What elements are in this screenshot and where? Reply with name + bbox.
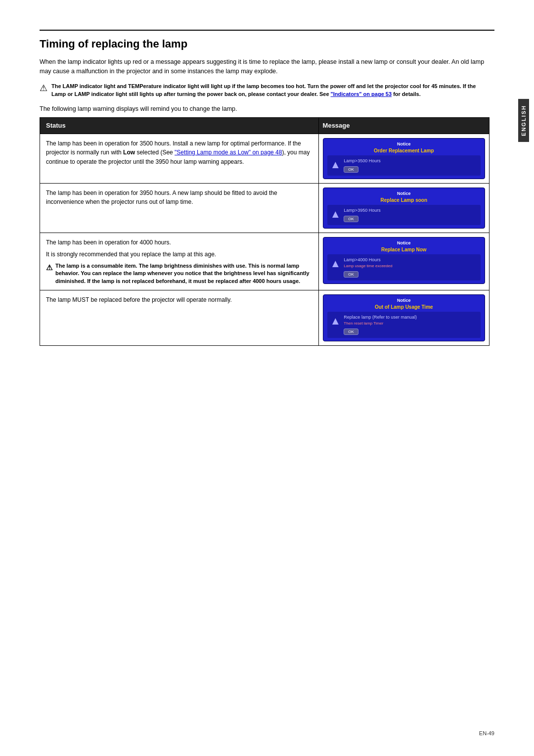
extra-line-2: Lamp usage time exceeded bbox=[344, 264, 478, 268]
top-border bbox=[40, 30, 494, 31]
ok-button-1[interactable]: OK bbox=[344, 216, 358, 222]
lamp-line-2: Lamp>4000 Hours bbox=[344, 257, 478, 262]
table-row-message-3: Notice Out of Lamp Usage Time ▲ Replace … bbox=[318, 290, 489, 346]
projector-icon-0: ▲ bbox=[330, 158, 341, 171]
inline-warning-icon: ⚠ bbox=[46, 262, 52, 273]
extra-line-3: Then reset lamp Timer bbox=[344, 321, 478, 326]
table-row-status-3: The lamp MUST be replaced before the pro… bbox=[40, 290, 319, 346]
notice-title-2: Notice bbox=[327, 240, 481, 245]
page-title: Timing of replacing the lamp bbox=[40, 38, 494, 50]
notice-title-1: Notice bbox=[327, 191, 481, 196]
notice-box-3: Notice Out of Lamp Usage Time ▲ Replace … bbox=[323, 294, 485, 341]
lamp-line-0: Lamp>3500 Hours bbox=[344, 158, 478, 163]
lamp-line-1: Lamp>3950 Hours bbox=[344, 208, 478, 213]
ok-button-0[interactable]: OK bbox=[344, 166, 358, 173]
table-row-status-2: The lamp has been in operation for 4000 … bbox=[40, 233, 319, 290]
notice-headline-2: Replace Lamp Now bbox=[327, 247, 481, 252]
sidebar-english-label: ENGLISH bbox=[518, 99, 529, 142]
table-row-message-1: Notice Replace Lamp soon ▲ Lamp>3950 Hou… bbox=[318, 183, 489, 233]
notice-box-1: Notice Replace Lamp soon ▲ Lamp>3950 Hou… bbox=[323, 188, 485, 229]
page-footer: EN-49 bbox=[479, 730, 494, 736]
notice-headline-3: Out of Lamp Usage Time bbox=[327, 304, 481, 310]
table-header-message: Message bbox=[318, 117, 489, 134]
table-row-status-1: The lamp has been in operation for 3950 … bbox=[40, 183, 319, 233]
main-warning-box: ⚠ The LAMP indicator light and TEMPeratu… bbox=[40, 82, 485, 98]
projector-icon-3: ▲ bbox=[330, 315, 341, 328]
lamp-warning-table: Status Message The lamp has been in oper… bbox=[40, 117, 490, 346]
projector-icon-1: ▲ bbox=[330, 208, 341, 221]
ok-button-3[interactable]: OK bbox=[344, 329, 358, 335]
notice-title-0: Notice bbox=[327, 142, 481, 146]
lamp-line-3: Replace lamp (Refer to user manual) bbox=[344, 315, 478, 320]
table-row-message-2: Notice Replace Lamp Now ▲ Lamp>4000 Hour… bbox=[318, 233, 489, 290]
notice-box-0: Notice Order Replacement Lamp ▲ Lamp>350… bbox=[323, 138, 485, 179]
table-row-status-0: The lamp has been in operation for 3500 … bbox=[40, 134, 319, 183]
warning-icon: ⚠ bbox=[40, 83, 47, 94]
notice-box-2: Notice Replace Lamp Now ▲ Lamp>4000 Hour… bbox=[323, 237, 485, 284]
page-container: ENGLISH Timing of replacing the lamp Whe… bbox=[0, 0, 534, 756]
notice-headline-0: Order Replacement Lamp bbox=[327, 148, 481, 153]
projector-icon-2: ▲ bbox=[330, 257, 341, 270]
intro-text: When the lamp indicator lights up red or… bbox=[40, 57, 485, 76]
sub-intro-text: The following lamp warning displays will… bbox=[40, 105, 494, 112]
ok-button-2[interactable]: OK bbox=[344, 271, 358, 278]
warning-text: The LAMP indicator light and TEMPerature… bbox=[51, 82, 485, 98]
notice-headline-1: Replace Lamp soon bbox=[327, 197, 481, 203]
notice-title-3: Notice bbox=[327, 298, 481, 303]
inline-warning-text: The lamp is a consumable item. The lamp … bbox=[55, 262, 312, 285]
table-row-message-0: Notice Order Replacement Lamp ▲ Lamp>350… bbox=[318, 134, 489, 183]
table-header-status: Status bbox=[40, 117, 319, 134]
